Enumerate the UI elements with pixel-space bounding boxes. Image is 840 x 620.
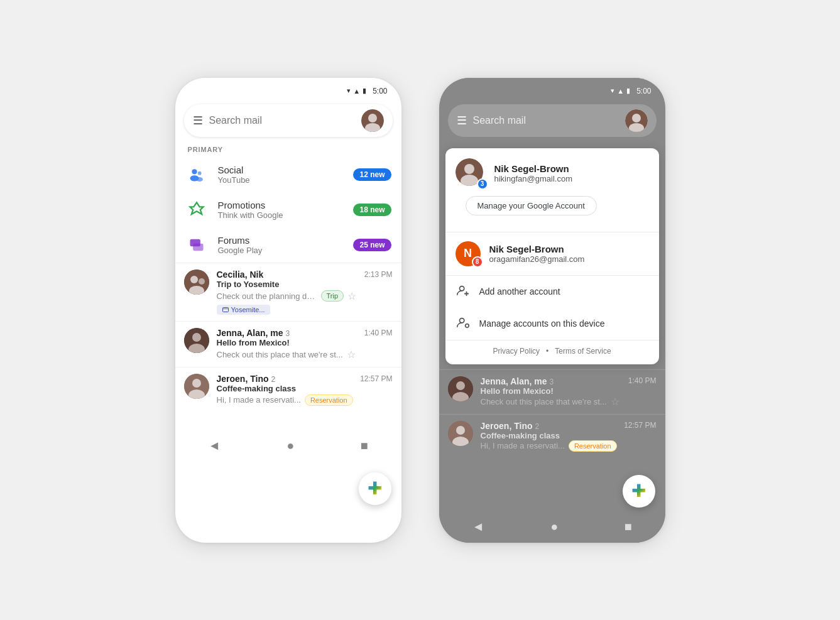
status-bar-left: ▾ ▲ ▮ 5:00 — [175, 78, 401, 99]
manage-account-button[interactable]: Manage your Google Account — [466, 196, 597, 215]
bg-time-jeroen: 12:57 PM — [624, 421, 656, 431]
category-row-promotions[interactable]: Promotions Think with Google 18 new — [175, 192, 401, 227]
signal-icon: ▲ — [353, 87, 360, 95]
svg-point-21 — [632, 114, 641, 122]
battery-icon: ▮ — [363, 87, 366, 95]
search-text-left[interactable]: Search mail — [209, 115, 355, 126]
bg-avatar-jeroen — [448, 421, 473, 446]
email-row-jeroen[interactable]: Jeroen, Tino 2 12:57 PM Coffee-making cl… — [175, 367, 401, 412]
bg-preview-jenna: Check out this place that we're st... — [481, 397, 607, 406]
account-avatar-wrap-primary: 3 — [455, 158, 486, 188]
recent-button-left[interactable]: ■ — [361, 438, 368, 453]
svg-point-4 — [197, 171, 201, 175]
terms-link[interactable]: Terms of Service — [555, 347, 611, 356]
avatar-left[interactable] — [361, 109, 384, 132]
back-button-right[interactable]: ◄ — [472, 519, 484, 534]
bg-time-jenna: 1:40 PM — [628, 376, 657, 386]
status-time-right: 5:00 — [636, 87, 651, 95]
svg-rect-8 — [193, 243, 203, 251]
home-button-left[interactable]: ● — [286, 438, 294, 453]
forum-icon — [185, 234, 208, 256]
email-preview-jenna: Check out this place that we're st... — [217, 350, 343, 359]
account-secondary[interactable]: N 8 Nik Segel-Brown oragamifan26@gmail.c… — [445, 232, 659, 275]
category-info-social: Social YouTube — [218, 165, 344, 185]
account-badge-secondary: 8 — [472, 256, 483, 268]
avatar-svg-left — [361, 109, 384, 132]
signal-icon-right: ▲ — [617, 87, 624, 95]
star-bg-jenna[interactable]: ☆ — [611, 396, 619, 408]
nav-bar-left: ◄ ● ■ — [175, 431, 401, 462]
account-name-primary: Nik Segel-Brown — [494, 163, 572, 174]
home-button-right[interactable]: ● — [550, 519, 558, 534]
left-phone: ▾ ▲ ▮ 5:00 ☰ Search mail PRIMARY — [175, 78, 401, 543]
email-from-jenna: Jenna, Alan, me 3 — [217, 328, 290, 338]
category-row-social[interactable]: Social YouTube 12 new — [175, 157, 401, 192]
avatar-right[interactable] — [625, 109, 648, 132]
account-name-secondary: Nik Segel-Brown — [489, 244, 585, 254]
account-footer: Privacy Policy • Terms of Service — [445, 340, 659, 364]
tag-reservation-left: Reservation — [305, 394, 353, 406]
badge-forums: 25 new — [353, 239, 391, 251]
add-account-row[interactable]: Add another account — [445, 276, 659, 308]
manage-accounts-row[interactable]: Manage accounts on this device — [445, 308, 659, 340]
compose-plus-icon-right: ✚ — [631, 481, 646, 501]
account-popup: 3 Nik Segel-Brown hikingfan@gmail.com Ma… — [445, 148, 659, 364]
bg-email-row-jenna[interactable]: Jenna, Alan, me 3 1:40 PM Hello from Mex… — [439, 369, 665, 414]
recent-button-right[interactable]: ■ — [625, 519, 632, 534]
account-primary: 3 Nik Segel-Brown hikingfan@gmail.com — [445, 148, 659, 196]
email-subject-jeroen: Coffee-making class — [217, 384, 393, 393]
status-time-left: 5:00 — [373, 87, 387, 95]
email-avatar-cecilia — [184, 269, 209, 295]
search-bar-left[interactable]: ☰ Search mail — [184, 104, 393, 137]
bg-email-content-jenna: Jenna, Alan, me 3 1:40 PM Hello from Mex… — [481, 376, 657, 408]
privacy-policy-link[interactable]: Privacy Policy — [493, 347, 540, 356]
email-time-jeroen: 12:57 PM — [360, 374, 392, 383]
svg-point-10 — [190, 276, 198, 283]
category-sub-forums: Google Play — [218, 246, 344, 255]
account-email-secondary: oragamifan26@gmail.com — [489, 254, 585, 264]
bg-from-jenna: Jenna, Alan, me 3 — [481, 376, 554, 386]
svg-point-30 — [456, 381, 465, 390]
email-row-cecilia[interactable]: Cecilia, Nik 2:13 PM Trip to Yosemite Ch… — [175, 263, 401, 321]
category-sub-social: YouTube — [218, 175, 344, 185]
compose-fab-left[interactable]: ✚ — [359, 472, 391, 505]
battery-icon-right: ▮ — [626, 87, 630, 95]
email-avatar-jenna — [184, 328, 209, 353]
svg-point-18 — [192, 379, 201, 388]
badge-social: 12 new — [353, 168, 391, 181]
status-bar-right: ▾ ▲ ▮ 5:00 — [439, 78, 665, 99]
star-icon-cecilia[interactable]: ☆ — [347, 290, 356, 302]
category-info-forums: Forums Google Play — [218, 235, 344, 255]
svg-point-26 — [459, 286, 464, 290]
bg-email-content-jeroen: Jeroen, Tino 2 12:57 PM Coffee-making cl… — [481, 421, 657, 452]
category-row-forums[interactable]: Forums Google Play 25 new — [175, 227, 401, 263]
email-preview-cecilia: Check out the planning doc... — [217, 291, 317, 301]
nav-bar-right: ◄ ● ■ — [439, 512, 665, 543]
hamburger-icon-right[interactable]: ☰ — [457, 114, 467, 128]
email-header-jenna: Jenna, Alan, me 3 1:40 PM — [217, 328, 393, 338]
right-phone: ▾ ▲ ▮ 5:00 ☰ Search mail — [439, 78, 665, 543]
footer-dot: • — [546, 347, 548, 356]
search-bar-right[interactable]: ☰ Search mail — [448, 104, 657, 137]
category-name-social: Social — [218, 165, 344, 175]
bg-email-row-jeroen[interactable]: Jeroen, Tino 2 12:57 PM Coffee-making cl… — [439, 414, 665, 458]
email-preview-jeroen: Hi, I made a reservati... — [217, 395, 301, 405]
back-button-left[interactable]: ◄ — [208, 438, 221, 453]
star-icon-jenna[interactable]: ☆ — [347, 349, 356, 361]
svg-point-3 — [192, 169, 197, 174]
category-name-promotions: Promotions — [218, 200, 344, 210]
compose-fab-right[interactable]: ✚ — [623, 475, 655, 508]
search-text-right[interactable]: Search mail — [473, 115, 619, 126]
manage-accounts-label: Manage accounts on this device — [479, 318, 605, 329]
bg-preview-jeroen: Hi, I made a reservati... — [481, 441, 565, 450]
svg-point-1 — [368, 114, 377, 122]
status-icons-right: ▾ ▲ ▮ 5:00 — [611, 87, 651, 95]
email-header-jeroen: Jeroen, Tino 2 12:57 PM — [217, 374, 393, 384]
avatar-svg-right — [625, 109, 648, 132]
account-info-primary: Nik Segel-Brown hikingfan@gmail.com — [494, 163, 572, 183]
wifi-icon-right: ▾ — [611, 87, 614, 95]
email-row-jenna[interactable]: Jenna, Alan, me 3 1:40 PM Hello from Mex… — [175, 321, 401, 367]
tag-trip: Trip — [321, 290, 344, 302]
hamburger-icon-left[interactable]: ☰ — [193, 114, 203, 128]
social-icon — [185, 163, 208, 186]
